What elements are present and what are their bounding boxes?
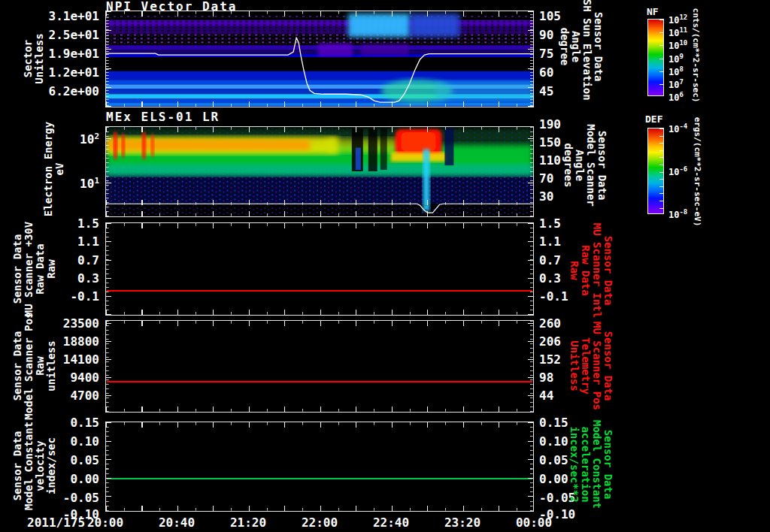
tick-base: 10 bbox=[668, 210, 679, 220]
x-tick-label: 20:40 bbox=[148, 515, 205, 530]
scanner-pos-plot bbox=[105, 320, 534, 413]
x-tick-label: 22:00 bbox=[291, 515, 348, 530]
x-ticks-bottom bbox=[106, 211, 533, 216]
axis-title-left-velocity: Sensor Data Model Constant velocity inde… bbox=[12, 368, 57, 532]
x-ticks-top bbox=[106, 11, 533, 17]
x-ticks-top bbox=[106, 223, 533, 228]
x-tick-label: 23:20 bbox=[434, 515, 491, 530]
tick-base: 10 bbox=[80, 132, 94, 147]
x-ticks-bottom bbox=[106, 101, 533, 107]
x-tick-label: 00:00 bbox=[505, 515, 562, 530]
plot-figure: NPI Vector Data MEx ELS-01 LR bbox=[0, 0, 770, 532]
tick-base: 10 bbox=[668, 92, 679, 103]
y-ticks-right bbox=[528, 127, 533, 216]
x-ticks-top bbox=[106, 422, 533, 428]
npi-spectrogram-plot bbox=[105, 11, 534, 107]
axis-title-right-velocity: Sensor Data Model Constant acceleration … bbox=[568, 382, 614, 532]
tick-base: 10 bbox=[668, 28, 679, 38]
colorbar-def-units: ergs/(cm**2-sr-sec-eV) bbox=[692, 89, 703, 255]
y-ticks-right bbox=[528, 422, 533, 511]
tick-base: 10 bbox=[668, 15, 679, 26]
axis-title-line: index/sec bbox=[46, 368, 57, 532]
tick-base: 10 bbox=[668, 80, 679, 90]
colorbar-nf bbox=[647, 19, 664, 96]
tick-exp: 1 bbox=[94, 176, 99, 186]
x-tick-label: 20:00 bbox=[77, 515, 134, 530]
axis-title-line: Sensor Data bbox=[12, 368, 23, 532]
axis-title-line: acceleration bbox=[580, 382, 591, 532]
colorbar-nf-label: NF bbox=[647, 6, 659, 17]
axis-title-line: ergs/(cm**2-sr-sec-eV) bbox=[692, 89, 703, 255]
tick-exp: -6 bbox=[679, 165, 687, 173]
axis-title-line: Sensor Data bbox=[602, 382, 614, 532]
x-ticks-top bbox=[106, 127, 533, 132]
x-ticks-top bbox=[106, 321, 533, 326]
y-ticks-left bbox=[106, 11, 111, 107]
tick-base: 10 bbox=[668, 167, 679, 177]
y-ticks-right bbox=[528, 11, 533, 107]
x-tick-label: 21:20 bbox=[220, 515, 277, 530]
y-ticks-left bbox=[106, 422, 111, 511]
x-tick-label: 22:40 bbox=[362, 515, 420, 530]
tick-exp: 8 bbox=[679, 65, 683, 73]
tick-exp: 10 bbox=[679, 39, 687, 47]
tick-exp: -8 bbox=[679, 208, 687, 216]
axis-title-line: velocity bbox=[35, 368, 46, 532]
axis-title-line: Model Constant bbox=[591, 382, 602, 532]
tick-base: 10 bbox=[668, 67, 679, 77]
tick-exp: 9 bbox=[679, 53, 683, 60]
mu-scanner-30v-plot bbox=[105, 222, 534, 316]
colorbar-def bbox=[647, 128, 664, 214]
axis-title-line: Model Constant bbox=[23, 368, 35, 532]
tick-exp: 12 bbox=[679, 14, 687, 21]
y-ticks-right bbox=[528, 223, 533, 315]
colorbar-def-label: DEF bbox=[645, 113, 662, 125]
constant-line-red bbox=[107, 381, 532, 382]
colorbar-ticks bbox=[659, 20, 663, 95]
tick-base: 10 bbox=[80, 177, 94, 191]
constant-line-green bbox=[107, 478, 532, 479]
panel2-title: MEx ELS-01 LR bbox=[106, 110, 220, 124]
y-ticks-right bbox=[528, 321, 533, 412]
x-ticks-bottom bbox=[106, 310, 533, 315]
npi-heatmap bbox=[106, 11, 533, 107]
tick-exp: -4 bbox=[679, 122, 687, 130]
y-ticks-left bbox=[106, 127, 111, 216]
tick-exp: 2 bbox=[94, 131, 99, 141]
tick-exp: 6 bbox=[679, 91, 683, 98]
axis-title-line: incex/sec**2 bbox=[568, 382, 580, 532]
x-ticks-bottom bbox=[106, 506, 533, 511]
tick-base: 10 bbox=[668, 41, 679, 51]
colorbar-ticks bbox=[659, 128, 663, 213]
tick-base: 10 bbox=[668, 124, 679, 135]
x-ticks-bottom bbox=[106, 407, 533, 412]
axis-title-line: Sector bbox=[23, 0, 34, 156]
y-ticks-left bbox=[106, 321, 111, 412]
tick-exp: 11 bbox=[679, 26, 687, 34]
y-ticks-left bbox=[106, 223, 111, 315]
constant-line-red bbox=[107, 290, 532, 292]
model-constant-velocity-plot bbox=[105, 422, 534, 512]
x-ticks-inner bbox=[106, 200, 533, 205]
tick-exp: 7 bbox=[679, 78, 683, 86]
els-spectrogram-plot bbox=[105, 126, 534, 217]
tick-base: 10 bbox=[668, 54, 679, 65]
